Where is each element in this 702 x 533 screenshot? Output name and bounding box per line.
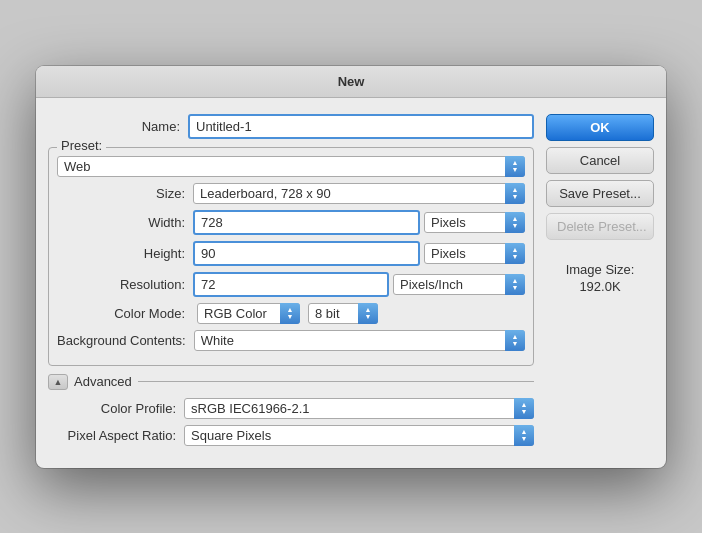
resolution-label: Resolution: (57, 277, 193, 292)
image-size-label: Image Size: (546, 262, 654, 277)
cancel-button[interactable]: Cancel (546, 147, 654, 174)
color-mode-label: Color Mode: (57, 306, 193, 321)
height-unit-wrapper: Pixels Inches Centimeters (424, 243, 525, 264)
advanced-divider (138, 381, 534, 382)
resolution-row: Resolution: Pixels/Inch Pixels/Centimete… (57, 272, 525, 297)
size-select[interactable]: Leaderboard, 728 x 90 Banner, 468 x 60 H… (193, 183, 525, 204)
background-row: Background Contents: White Background Co… (57, 330, 525, 351)
color-mode-select[interactable]: RGB Color Grayscale CMYK Color Lab Color… (197, 303, 300, 324)
height-unit-select[interactable]: Pixels Inches Centimeters (424, 243, 525, 264)
pixel-aspect-label: Pixel Aspect Ratio: (48, 428, 184, 443)
advanced-label: Advanced (74, 374, 132, 389)
size-label: Size: (57, 186, 193, 201)
background-label: Background Contents: (57, 333, 194, 348)
dialog-title: New (36, 66, 666, 98)
pixel-aspect-row: Pixel Aspect Ratio: Square Pixels D1/DV … (48, 425, 534, 446)
image-size-value: 192.0K (546, 279, 654, 294)
color-profile-select[interactable]: sRGB IEC61966-2.1 Adobe RGB (1998) ProPh… (184, 398, 534, 419)
delete-preset-button[interactable]: Delete Preset... (546, 213, 654, 240)
background-select-wrapper: White Background Color Transparent (194, 330, 525, 351)
height-input[interactable] (193, 241, 420, 266)
width-unit-wrapper: Pixels Inches Centimeters (424, 212, 525, 233)
form-section: Name: Preset: Web Photo Default Photosho… (48, 114, 534, 452)
advanced-section: ▲ Advanced Color Profile: sRGB IEC61966-… (48, 374, 534, 446)
advanced-header: ▲ Advanced (48, 374, 534, 390)
preset-select-wrapper: Web Photo Default Photoshop Size U.S. Pa… (57, 156, 525, 177)
width-label: Width: (57, 215, 193, 230)
preset-group: Preset: Web Photo Default Photoshop Size… (48, 147, 534, 366)
color-mode-controls: RGB Color Grayscale CMYK Color Lab Color… (193, 303, 378, 324)
pixel-aspect-select[interactable]: Square Pixels D1/DV NTSC (0.91) D1/DV PA… (184, 425, 534, 446)
height-label: Height: (57, 246, 193, 261)
width-input[interactable] (193, 210, 420, 235)
color-profile-row: Color Profile: sRGB IEC61966-2.1 Adobe R… (48, 398, 534, 419)
name-input[interactable] (188, 114, 534, 139)
save-preset-button[interactable]: Save Preset... (546, 180, 654, 207)
resolution-unit-select[interactable]: Pixels/Inch Pixels/Centimeter (393, 274, 525, 295)
color-mode-row: Color Mode: RGB Color Grayscale CMYK Col… (57, 303, 525, 324)
resolution-unit-wrapper: Pixels/Inch Pixels/Centimeter (393, 274, 525, 295)
ok-button[interactable]: OK (546, 114, 654, 141)
button-section: OK Cancel Save Preset... Delete Preset..… (546, 114, 654, 452)
advanced-toggle-button[interactable]: ▲ (48, 374, 68, 390)
bit-depth-select[interactable]: 8 bit 16 bit 32 bit (308, 303, 378, 324)
size-row: Size: Leaderboard, 728 x 90 Banner, 468 … (57, 183, 525, 204)
background-select[interactable]: White Background Color Transparent (194, 330, 525, 351)
preset-select[interactable]: Web Photo Default Photoshop Size U.S. Pa… (57, 156, 525, 177)
resolution-input[interactable] (193, 272, 389, 297)
height-row: Height: Pixels Inches Centimeters (57, 241, 525, 266)
width-row: Width: Pixels Inches Centimeters (57, 210, 525, 235)
width-unit-select[interactable]: Pixels Inches Centimeters (424, 212, 525, 233)
size-select-wrapper: Leaderboard, 728 x 90 Banner, 468 x 60 H… (193, 183, 525, 204)
preset-row: Web Photo Default Photoshop Size U.S. Pa… (57, 156, 525, 177)
image-size-section: Image Size: 192.0K (546, 262, 654, 294)
preset-outside-label: Preset: (57, 138, 106, 153)
bit-depth-wrapper: 8 bit 16 bit 32 bit (308, 303, 378, 324)
name-label: Name: (48, 119, 188, 134)
pixel-aspect-wrapper: Square Pixels D1/DV NTSC (0.91) D1/DV PA… (184, 425, 534, 446)
name-row: Name: (48, 114, 534, 139)
new-document-dialog: New Name: Preset: Web Photo Default Phot… (36, 66, 666, 468)
color-profile-label: Color Profile: (48, 401, 184, 416)
color-profile-wrapper: sRGB IEC61966-2.1 Adobe RGB (1998) ProPh… (184, 398, 534, 419)
color-mode-wrapper: RGB Color Grayscale CMYK Color Lab Color… (197, 303, 300, 324)
